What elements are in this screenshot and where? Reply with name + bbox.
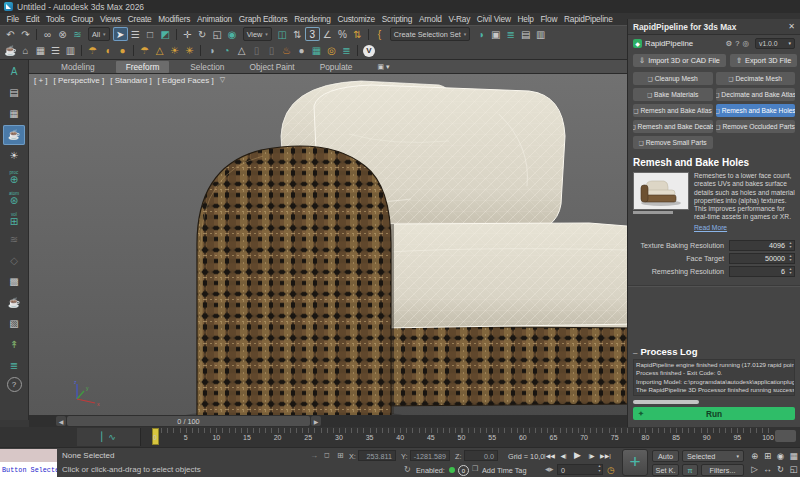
- tab-freeform[interactable]: Freeform: [116, 61, 170, 73]
- menu-animation[interactable]: Animation: [194, 14, 236, 24]
- maximize-viewport-icon[interactable]: ◱: [787, 462, 800, 475]
- next-frame-icon[interactable]: |▶: [585, 449, 598, 461]
- disabled-tool-a-icon[interactable]: ▯: [249, 44, 264, 58]
- spinner-snap-icon[interactable]: ⇅: [350, 27, 365, 41]
- light-lister-icon[interactable]: ☀: [3, 146, 25, 166]
- tab-object-paint[interactable]: Object Paint: [245, 61, 298, 73]
- percent-snap-icon[interactable]: %: [335, 27, 350, 41]
- version-dropdown[interactable]: v1.0.0▾: [755, 38, 795, 49]
- menu-help[interactable]: Help: [514, 14, 537, 24]
- scene-explorer-icon[interactable]: ▤: [518, 27, 533, 41]
- menu-views[interactable]: Views: [97, 14, 125, 24]
- starburst-light-icon[interactable]: ✳: [182, 44, 197, 58]
- trackbar-toggle-icon[interactable]: ↻: [404, 465, 411, 474]
- select-link-icon[interactable]: ∞: [40, 27, 55, 41]
- preset-remove-occluded-parts[interactable]: ❑Remove Occluded Parts: [716, 120, 796, 133]
- x-coordinate-field[interactable]: 253.811: [358, 450, 396, 461]
- gray-sphere-icon[interactable]: ●: [294, 44, 309, 58]
- gear-icon[interactable]: ⚙: [726, 39, 733, 48]
- render-setup-teapot-icon[interactable]: ☕: [3, 44, 18, 58]
- atom-convert-icon[interactable]: atom⊛: [3, 188, 25, 208]
- layer-manager-icon[interactable]: ≣: [503, 27, 518, 41]
- crossing-selection-icon[interactable]: ◩: [158, 27, 173, 41]
- menu-file[interactable]: File: [3, 14, 22, 24]
- viewport-menu-general[interactable]: [ + ]: [34, 76, 48, 85]
- preset-decimate-mesh[interactable]: ❑Decimate Mesh: [716, 72, 796, 85]
- preset-bake-materials[interactable]: ❑Bake Materials: [633, 88, 713, 101]
- go-to-start-icon[interactable]: |◀◀: [543, 449, 556, 461]
- viewport-menu-pov[interactable]: [ Perspective ]: [54, 76, 105, 85]
- render-window-icon[interactable]: ▤: [3, 83, 25, 103]
- preset-remove-small-parts[interactable]: ❑Remove Small Parts: [633, 136, 713, 149]
- param-spinner[interactable]: ▲▼: [787, 268, 794, 276]
- menu-graph-editors[interactable]: Graph Editors: [235, 14, 290, 24]
- help-icon[interactable]: ?: [735, 39, 739, 48]
- volume-grid-icon[interactable]: vol⊞: [3, 209, 25, 229]
- zoom-extents-all-icon[interactable]: ▦: [787, 449, 800, 462]
- ribbon-config-icon[interactable]: ▣ ▾: [377, 63, 389, 71]
- menu-civil-view[interactable]: Civil View: [473, 14, 514, 24]
- bind-spacewarp-icon[interactable]: ≋: [70, 27, 85, 41]
- snaps-toggle-icon[interactable]: 3: [305, 27, 320, 41]
- menu-modifiers[interactable]: Modifiers: [155, 14, 194, 24]
- menu-group[interactable]: Group: [68, 14, 97, 24]
- preset-remesh-and-bake-atlas[interactable]: ❑Remesh and Bake Atlas: [633, 104, 713, 117]
- angle-snap-icon[interactable]: ∠: [320, 27, 335, 41]
- placement-icon[interactable]: ◉: [225, 27, 240, 41]
- param-spinner[interactable]: ▲▼: [787, 255, 794, 263]
- run-button[interactable]: ✦ Run: [633, 407, 795, 420]
- export-button[interactable]: ⇧ Export 3D File: [730, 54, 797, 67]
- menu-rendering[interactable]: Rendering: [291, 14, 334, 24]
- layers-teal-icon[interactable]: ≣: [339, 44, 354, 58]
- key-tangent-icon[interactable]: π: [682, 464, 698, 476]
- preset-remesh-and-bake-holes[interactable]: ❑Remesh and Bake Holes: [716, 104, 796, 117]
- named-selection-sets-dropdown[interactable]: Create Selection Set▾: [390, 27, 470, 41]
- menu-scripting[interactable]: Scripting: [378, 14, 415, 24]
- video-preview-icon[interactable]: ▥: [63, 44, 78, 58]
- time-configuration-icon[interactable]: ◷: [607, 465, 615, 475]
- tab-selection[interactable]: Selection: [186, 61, 228, 73]
- read-more-link[interactable]: Read More: [694, 224, 727, 232]
- render-settings-icon[interactable]: ▦: [3, 104, 25, 124]
- param-field[interactable]: 50000▲▼: [729, 253, 795, 264]
- preset-decimate-and-bake-atlas[interactable]: ❑Decimate and Bake Atlas: [716, 88, 796, 101]
- menu-tools[interactable]: Tools: [43, 14, 68, 24]
- proxy-teapot-icon[interactable]: ☕: [3, 293, 25, 313]
- transform-gizmo-icon[interactable]: ⊞: [337, 451, 344, 460]
- key-filters-button[interactable]: Filters...: [701, 464, 744, 476]
- play-icon[interactable]: ▶: [571, 449, 584, 461]
- proxy-import-icon[interactable]: proc⊕: [3, 167, 25, 187]
- rendered-frame-icon[interactable]: ⌂: [18, 44, 33, 58]
- isolate-selection-icon[interactable]: ◻: [324, 451, 330, 459]
- scatter-trees-icon[interactable]: ↟: [3, 335, 25, 355]
- unlink-icon[interactable]: ⊗: [55, 27, 70, 41]
- move-icon[interactable]: ✛: [180, 27, 195, 41]
- plus-button[interactable]: +: [622, 449, 648, 476]
- use-center-icon[interactable]: ◫: [275, 27, 290, 41]
- menu-customize[interactable]: Customize: [334, 14, 378, 24]
- collapse-icon[interactable]: –: [633, 348, 637, 357]
- mini-curve-editor-button[interactable]: ▏∿: [77, 428, 141, 446]
- redo-icon[interactable]: ↷: [18, 27, 33, 41]
- sun-light-icon[interactable]: ☀: [167, 44, 182, 58]
- quad-material-icon[interactable]: ▦: [309, 44, 324, 58]
- tab-modeling[interactable]: Modeling: [57, 61, 99, 73]
- preset-remesh-and-bake-decals[interactable]: ❑Remesh and Bake Decals: [633, 120, 713, 133]
- viewport-menu-standard[interactable]: [ Standard ]: [110, 76, 151, 85]
- viewport-menu-shading[interactable]: [ Edged Faces ]: [158, 76, 214, 85]
- frame-back-arrow[interactable]: ◀: [56, 416, 66, 426]
- ruler-end-handle[interactable]: [775, 430, 796, 442]
- material-ball-icon[interactable]: ◎: [324, 44, 339, 58]
- y-coordinate-field[interactable]: -1281.589: [410, 450, 450, 461]
- time-slider[interactable]: 0 / 100: [67, 416, 310, 426]
- geosphere-icon[interactable]: ◑: [204, 44, 219, 58]
- keyboard-override-icon[interactable]: {: [372, 27, 387, 41]
- rotate-icon[interactable]: ↻: [195, 27, 210, 41]
- scale-icon[interactable]: ◱: [210, 27, 225, 41]
- process-log[interactable]: RapidPipeline engine finished running (1…: [633, 359, 795, 396]
- spot-light-icon[interactable]: ☂: [137, 44, 152, 58]
- maxscript-mini-listener[interactable]: [0, 449, 57, 462]
- layer-explorer-icon[interactable]: ▥: [533, 27, 548, 41]
- orbit-icon[interactable]: ↻: [774, 462, 787, 475]
- offset-mode-icon[interactable]: →: [310, 451, 318, 460]
